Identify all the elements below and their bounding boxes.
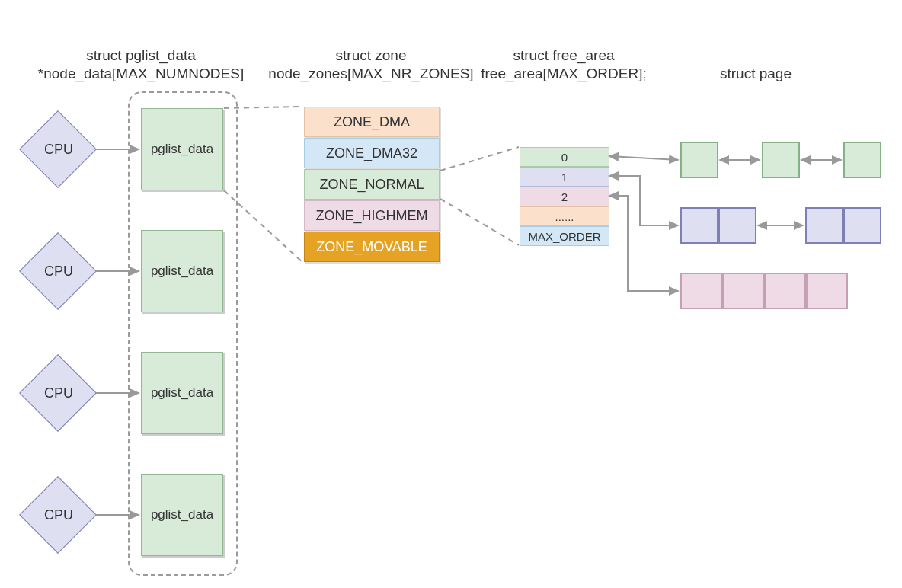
- page-violet-1a: [805, 207, 843, 244]
- free-caption-l1: struct free_area: [513, 47, 614, 64]
- cpu-label-2: CPU: [44, 385, 73, 401]
- pglist-box-1: pglist_data: [141, 230, 223, 312]
- cpu-label-0: CPU: [44, 142, 73, 158]
- pglist-box-0: pglist_data: [141, 108, 223, 190]
- zone-caption-l2: node_zones[MAX_NR_ZONES]: [268, 66, 473, 82]
- page-pink-1: [722, 273, 764, 309]
- pglist-caption-l1: struct pglist_data: [86, 47, 196, 64]
- svg-line-6: [440, 147, 519, 171]
- page-green-2: [843, 142, 881, 178]
- free-area-max: MAX_ORDER: [520, 226, 609, 246]
- pglist-label: pglist_data: [151, 507, 213, 522]
- zone-highmem: ZONE_HIGHMEM: [304, 200, 440, 231]
- free-area-1: 1: [520, 167, 609, 187]
- pglist-box-2: pglist_data: [141, 352, 223, 434]
- svg-line-7: [440, 199, 519, 245]
- zone-dma32: ZONE_DMA32: [304, 138, 440, 168]
- free-area-dots: ......: [520, 206, 609, 226]
- page-pink-0: [680, 273, 722, 309]
- pglist-box-3: pglist_data: [141, 474, 223, 556]
- pglist-label: pglist_data: [151, 142, 213, 157]
- cpu-label-1: CPU: [44, 264, 73, 280]
- svg-line-8: [609, 156, 678, 160]
- zone-dma: ZONE_DMA: [304, 107, 440, 137]
- zone-caption-l1: struct zone: [336, 47, 407, 64]
- page-green-1: [762, 142, 800, 178]
- cpu-label-3: CPU: [44, 507, 73, 523]
- zone-movable: ZONE_MOVABLE: [304, 232, 440, 262]
- page-violet-0a: [680, 207, 718, 244]
- page-violet-0b: [718, 207, 756, 244]
- page-pink-3: [806, 273, 848, 309]
- pglist-label: pglist_data: [151, 385, 213, 401]
- page-violet-1b: [843, 207, 881, 244]
- page-green-0: [680, 142, 718, 178]
- page-pink-2: [764, 273, 806, 309]
- page-caption-l1: struct page: [720, 66, 792, 82]
- free-area-2: 2: [520, 187, 609, 206]
- free-caption-l2: free_area[MAX_ORDER];: [481, 66, 647, 82]
- zone-normal: ZONE_NORMAL: [304, 169, 440, 200]
- pglist-label: pglist_data: [151, 264, 213, 279]
- free-area-0: 0: [520, 147, 609, 167]
- pglist-caption-l2: *node_data[MAX_NUMNODES]: [38, 66, 244, 82]
